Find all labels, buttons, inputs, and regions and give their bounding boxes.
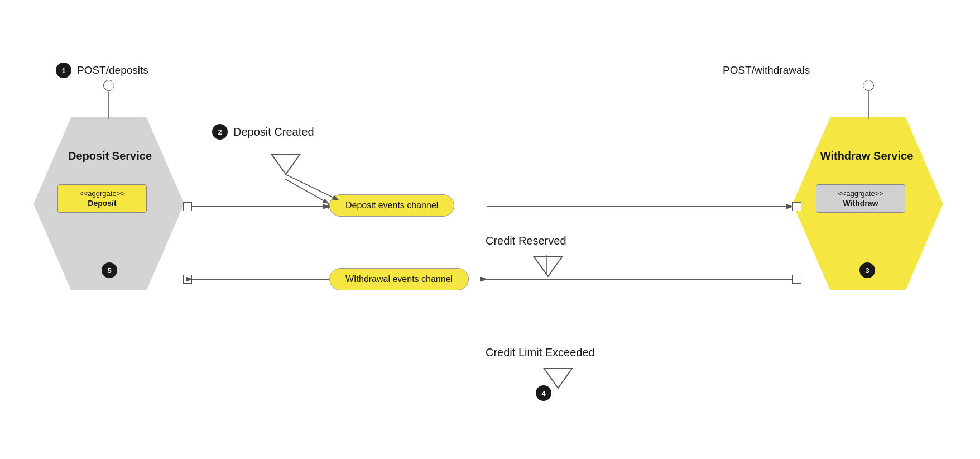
deposit-service-label: Deposit Service (46, 150, 174, 162)
port-circle-withdrawals (863, 80, 874, 91)
credit-limit-exceeded-label: Credit Limit Exceeded (486, 346, 595, 359)
port-circle-deposits (103, 80, 114, 91)
credit-reserved-triangle (531, 254, 565, 279)
diagram-container: 1 POST/deposits Deposit Service <<aggrga… (0, 0, 980, 459)
badge-3: 3 (859, 262, 875, 278)
post-deposits-label: POST/deposits (77, 64, 148, 76)
credit-reserved-label: Credit Reserved (486, 235, 566, 247)
badge-2: 2 (212, 124, 228, 140)
deposit-aggregate-box: <<aggrgate>> Deposit (57, 184, 147, 213)
withdraw-connector-lower-left (792, 275, 801, 284)
badge-4: 4 (536, 385, 551, 401)
withdraw-aggregate-box: <<aggrgate>> Withdraw (816, 184, 905, 213)
withdrawal-events-channel: WIthdrawal events channel (329, 268, 469, 290)
badge-5: 5 (102, 262, 117, 278)
deposit-connector-lower-right (183, 275, 192, 284)
post-withdrawals-label: POST/withdrawals (723, 64, 810, 76)
deposit-created-triangle (269, 152, 302, 177)
withdraw-connector-upper-left (792, 202, 801, 211)
svg-line-12 (285, 179, 329, 204)
withdraw-service-label: Withdraw Service (803, 150, 931, 162)
deposit-events-channel: Deposit events channel (329, 194, 454, 217)
svg-line-24 (285, 174, 338, 200)
svg-marker-19 (544, 369, 572, 388)
svg-marker-17 (272, 155, 300, 174)
badge-1: 1 (56, 63, 71, 78)
deposit-connector-upper-right (183, 202, 192, 211)
deposit-created-label: Deposit Created (233, 126, 314, 138)
svg-marker-18 (534, 257, 562, 276)
